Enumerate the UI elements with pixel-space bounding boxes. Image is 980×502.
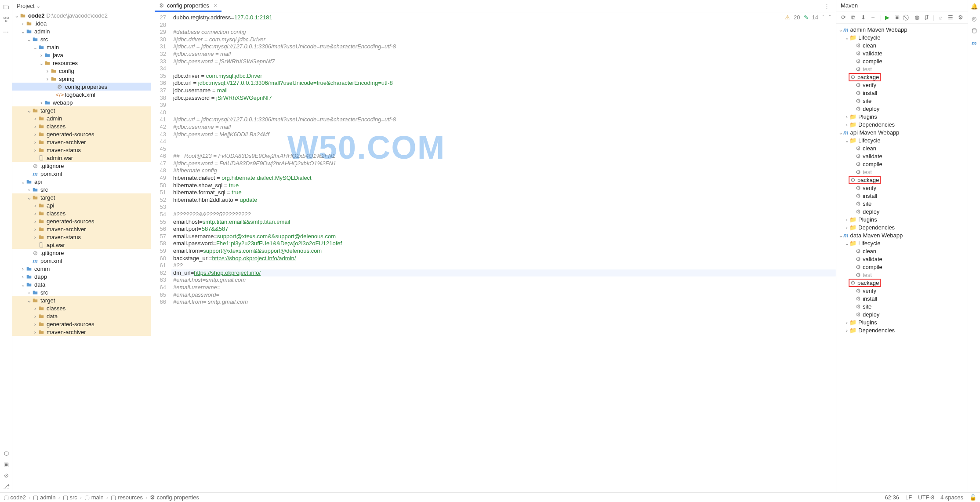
tree-row[interactable]: ⌄ target [12, 296, 151, 304]
code-line[interactable] [171, 102, 836, 109]
offline-icon[interactable]: ◍ [913, 14, 921, 22]
tab-config-properties[interactable]: ⚙ config.properties × [155, 0, 221, 12]
maven-row[interactable]: ⚙test [836, 65, 968, 73]
code-line[interactable]: email.username=support@xtexs.com&&suppor… [171, 233, 836, 240]
breadcrumb-item[interactable]: ⚙ config.properties [150, 494, 199, 501]
tree-row[interactable]: › comm [12, 265, 151, 273]
maven-row[interactable]: ⚙validate [836, 152, 968, 160]
breadcrumb[interactable]: ▢ code2›▢ admin›▢ src›▢ main›▢ resources… [4, 494, 199, 501]
maven-row[interactable]: ⚙clean [836, 247, 968, 255]
code-line[interactable] [171, 204, 836, 211]
maven-row[interactable]: ⚙compile [836, 160, 968, 168]
collapse-icon[interactable]: ⇵ [923, 14, 931, 22]
skip-icon[interactable]: ⃠ [903, 14, 911, 22]
tree-row[interactable]: › maven-archiver [12, 328, 151, 336]
code-line[interactable]: #jdbc.password = MejjK6DDiLBa24Mf [171, 131, 836, 138]
tree-row[interactable]: ⊘ .gitignore [12, 162, 151, 170]
generate-icon[interactable]: ⧉ [850, 14, 857, 22]
code-editor[interactable]: ⚠20 ✎14 ˄ ˅ 2728293031323334353637383940… [151, 12, 836, 502]
code-line[interactable]: #database connection config [171, 29, 836, 36]
vcs-icon[interactable]: ⎇ [3, 483, 10, 490]
maven-row[interactable]: ⚙verify [836, 184, 968, 192]
tree-row[interactable]: › api [12, 201, 151, 209]
code-line[interactable]: #?? [171, 262, 836, 269]
maven-icon[interactable]: m [971, 40, 978, 47]
tree-row[interactable]: admin.war [12, 154, 151, 162]
code-line[interactable]: jdbc.password = jSrWRhXSWGepnNf7 [171, 95, 836, 102]
code-content[interactable]: dubbo.registry.address=127.0.0.1:2181 #d… [171, 12, 836, 502]
maven-row[interactable]: ⚙test [836, 168, 968, 176]
maven-row[interactable]: ⌄📁Lifecycle [836, 239, 968, 247]
maven-row[interactable]: ⚙install [836, 192, 968, 200]
tree-row[interactable]: ⌄ admin [12, 27, 151, 35]
code-line[interactable]: hibernate.hbm2ddl.auto = update [171, 196, 836, 204]
maven-row[interactable]: ⚙package [836, 176, 968, 184]
code-line[interactable]: #jdbc.password = jSrWRhXSWGepnNf7 [171, 58, 836, 65]
tree-row[interactable]: api.war [12, 241, 151, 249]
tree-row[interactable]: › classes [12, 209, 151, 217]
code-line[interactable] [171, 65, 836, 73]
project-panel-header[interactable]: Project⌄ [12, 0, 151, 11]
maven-row[interactable]: ⚙verify [836, 81, 968, 89]
tree-row[interactable]: › .idea [12, 19, 151, 27]
code-line[interactable] [171, 22, 836, 29]
tree-row[interactable]: › maven-status [12, 146, 151, 154]
maven-row[interactable]: ›📁Dependencies [836, 223, 968, 231]
tree-row[interactable]: › src [12, 186, 151, 193]
code-line[interactable]: hibernate.format_sql = true [171, 189, 836, 196]
maven-row[interactable]: ⚙package [836, 73, 968, 81]
settings-icon[interactable]: ⚙ [957, 14, 964, 22]
notifications-icon[interactable]: 🔔 [971, 3, 978, 10]
tree-row[interactable]: › data [12, 312, 151, 320]
execute-icon[interactable]: ▣ [893, 14, 901, 22]
tree-row[interactable]: ⌄ target [12, 106, 151, 114]
maven-row[interactable]: ⚙install [836, 89, 968, 97]
breadcrumb-item[interactable]: ▢ main [84, 494, 104, 501]
tree-row[interactable]: › classes [12, 304, 151, 312]
tab-menu-icon[interactable]: ⋮ [821, 3, 832, 9]
code-line[interactable]: email.from=support@xtexs.com&&support@de… [171, 247, 836, 255]
maven-row[interactable]: ›📁Plugins [836, 113, 968, 120]
code-line[interactable]: #jdbc.username = mall [171, 51, 836, 58]
maven-tree[interactable]: ⌄madmin Maven Webapp⌄📁Lifecycle⚙clean⚙va… [836, 24, 968, 502]
maven-row[interactable]: ⌄mapi Maven Webapp [836, 128, 968, 136]
run-icon[interactable]: ▶ [883, 14, 891, 22]
maven-row[interactable]: ⚙clean [836, 41, 968, 49]
line-separator[interactable]: LF [905, 494, 912, 501]
tree-row[interactable]: m pom.xml [12, 257, 151, 265]
code-line[interactable]: #jdbc.driver = com.mysql.jdbc.Driver [171, 36, 836, 44]
indent-setting[interactable]: 4 spaces [940, 494, 963, 501]
more-icon[interactable]: ⋯ [3, 28, 10, 35]
maven-row[interactable]: ›📁Plugins [836, 318, 968, 326]
maven-row[interactable]: ⚙site [836, 200, 968, 207]
caret-position[interactable]: 62:36 [885, 494, 899, 501]
tree-row[interactable]: › webapp [12, 98, 151, 106]
code-line[interactable]: dm_url=https://shop.okproject.info/ [171, 269, 836, 277]
code-line[interactable]: email.password=Fhe1;pi3y2u23ufFUe1&&De;w… [171, 240, 836, 247]
tree-row[interactable]: › generated-sources [12, 320, 151, 328]
tree-row[interactable]: › generated-sources [12, 217, 151, 225]
code-line[interactable]: jdbc.username = mall [171, 87, 836, 95]
project-icon[interactable] [3, 4, 10, 11]
file-encoding[interactable]: UTF-8 [918, 494, 934, 501]
tree-row[interactable]: › admin [12, 114, 151, 122]
maven-row[interactable]: ⌄📁Lifecycle [836, 136, 968, 144]
code-line[interactable]: backstage_url=https://shop.okproject.inf… [171, 255, 836, 262]
maven-row[interactable]: ⚙deploy [836, 310, 968, 318]
code-line[interactable]: #email.password= [171, 291, 836, 299]
structure-icon[interactable] [3, 16, 10, 23]
code-line[interactable]: #email.from= smtp.gmail.com [171, 298, 836, 306]
readonly-icon[interactable]: 🔓 [969, 494, 976, 501]
tree-row[interactable]: › generated-sources [12, 130, 151, 138]
tree-row[interactable]: ⌄ src [12, 35, 151, 43]
code-line[interactable]: jdbc.url = jdbc:mysql://127.0.0.1:3306/m… [171, 80, 836, 87]
tree-row[interactable]: › src [12, 288, 151, 296]
tree-row[interactable]: › spring [12, 75, 151, 83]
tree-row[interactable]: ⌄ api [12, 178, 151, 186]
maven-row[interactable]: ⚙compile [836, 263, 968, 271]
tree-row[interactable]: ⊘ .gitignore [12, 249, 151, 257]
code-line[interactable]: hibernate.show_sql = true [171, 182, 836, 189]
tree-row[interactable]: </> logback.xml [12, 91, 151, 98]
close-icon[interactable]: × [214, 2, 217, 9]
database-icon[interactable] [971, 27, 978, 34]
